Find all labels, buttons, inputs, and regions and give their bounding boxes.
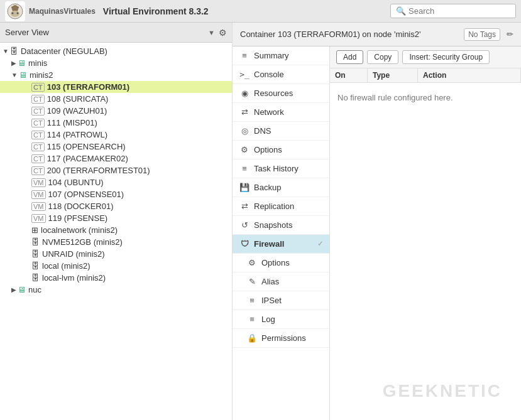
tree-item-local-lvm[interactable]: 🗄 local-lvm (minis2) <box>0 272 232 284</box>
tab-alias[interactable]: ✎ Alias <box>233 272 329 291</box>
item-108-label: 108 (SURICATA) <box>47 94 109 104</box>
tab-firewall-label: Firewall <box>254 239 284 249</box>
storage-icon: 🗄 <box>31 249 40 259</box>
options-icon: ⚙ <box>239 145 250 154</box>
tree-item-104[interactable]: VM 104 (UBUNTU) <box>0 176 232 188</box>
item-103-label: 103 (TERRAFORM01) <box>47 82 129 92</box>
tree-item-nuc[interactable]: ▶ 🖥 nuc <box>0 284 232 296</box>
storage-icon: 🗄 <box>31 237 40 247</box>
tree-item-local[interactable]: 🗄 local (minis2) <box>0 260 232 272</box>
ct-icon: CT <box>31 107 45 116</box>
container-title: Container 103 (TERRAFORM01) on node 'min… <box>240 30 459 39</box>
tree-item-117[interactable]: CT 117 (PACEMAKER02) <box>0 153 232 164</box>
tab-permissions[interactable]: 🔒 Permissions <box>233 329 329 348</box>
datacenter-icon: 🗄 <box>10 46 18 56</box>
right-panel: Container 103 (TERRAFORM01) on node 'min… <box>233 23 521 420</box>
tab-backup[interactable]: 💾 Backup <box>233 178 329 197</box>
tab-snapshots[interactable]: ↺ Snapshots <box>233 216 329 235</box>
storage-icon: 🗄 <box>31 261 40 271</box>
item-111-label: 111 (MISP01) <box>47 118 97 127</box>
server-view-dropdown[interactable]: ▼ <box>208 29 215 36</box>
ct-icon: CT <box>31 143 45 151</box>
nuc-label: nuc <box>28 285 41 294</box>
node-icon: 🖥 <box>18 285 26 294</box>
tree-item-minis2[interactable]: ▼ 🖥 minis2 <box>0 69 232 81</box>
ct-icon: CT <box>31 166 45 175</box>
tab-ipset[interactable]: ≡ IPSet <box>233 291 329 310</box>
firewall-content: Add Copy Insert: Security Group On Type … <box>330 46 521 420</box>
arrow-icon: ▼ <box>3 48 9 55</box>
tree-item-109[interactable]: CT 109 (WAZUH01) <box>0 105 232 117</box>
search-icon: 🔍 <box>396 6 406 16</box>
tree-item-119[interactable]: VM 119 (PFSENSE) <box>0 212 232 224</box>
tree-item-118[interactable]: VM 118 (DOCKER01) <box>0 200 232 212</box>
search-input[interactable] <box>409 6 509 16</box>
tab-console[interactable]: >_ Console <box>233 65 329 84</box>
tab-dns[interactable]: ◎ DNS <box>233 122 329 141</box>
ct-icon: CT <box>31 83 45 92</box>
app-title: Virtual Environment 8.3.2 <box>103 6 209 16</box>
svg-point-3 <box>16 6 19 9</box>
resources-icon: ◉ <box>239 89 250 98</box>
tree-item-unraid[interactable]: 🗄 UNRAID (minis2) <box>0 248 232 260</box>
topbar: MaquinasVirtuales Virtual Environment 8.… <box>0 0 521 23</box>
summary-icon: ≡ <box>239 51 250 60</box>
main-layout: Server View ▼ ⚙ ▼ 🗄 Datacenter (NEGULAB)… <box>0 23 521 420</box>
tree-item-111[interactable]: CT 111 (MISP01) <box>0 117 232 129</box>
tree-item-nvme[interactable]: 🗄 NVME512GB (minis2) <box>0 236 232 248</box>
insert-security-group-button[interactable]: Insert: Security Group <box>402 50 490 64</box>
vm-icon: VM <box>31 178 46 187</box>
add-button[interactable]: Add <box>336 50 363 64</box>
tree-item-200[interactable]: CT 200 (TERRAFORMTEST01) <box>0 164 232 176</box>
brand-name: MaquinasVirtuales <box>29 7 96 16</box>
ct-icon: CT <box>31 131 45 139</box>
tab-firewall[interactable]: 🛡 Firewall ✓ <box>233 235 329 254</box>
tab-network-label: Network <box>254 107 284 117</box>
copy-button[interactable]: Copy <box>367 50 398 64</box>
tab-dns-label: DNS <box>254 126 271 136</box>
search-box[interactable]: 🔍 <box>390 4 516 18</box>
tab-task-history[interactable]: ≡ Task History <box>233 159 329 178</box>
local-lvm-label: local-lvm (minis2) <box>42 273 106 283</box>
tree-item-107[interactable]: VM 107 (OPNSENSE01) <box>0 188 232 200</box>
edit-icon[interactable]: ✏ <box>507 30 513 39</box>
tree-item-114[interactable]: CT 114 (PATROWL) <box>0 129 232 141</box>
tree-item-103[interactable]: CT 103 (TERRAFORM01) <box>0 81 232 93</box>
datacenter-label: Datacenter (NEGULAB) <box>21 46 107 56</box>
tab-replication[interactable]: ⇄ Replication <box>233 197 329 216</box>
no-tags-button[interactable]: No Tags <box>464 28 500 41</box>
nvme-label: NVME512GB (minis2) <box>42 237 123 247</box>
tree-item-minis[interactable]: ▶ 🖥 minis <box>0 57 232 69</box>
col-header-type: Type <box>368 68 418 82</box>
tab-summary-label: Summary <box>254 51 289 60</box>
tab-options[interactable]: ⚙ Options <box>233 141 329 159</box>
tree-item-localnetwork[interactable]: ⊞ localnetwork (minis2) <box>0 224 232 236</box>
col-header-on: On <box>330 68 368 82</box>
tab-summary[interactable]: ≡ Summary <box>233 46 329 65</box>
tab-ipset-label: IPSet <box>261 296 282 305</box>
backup-icon: 💾 <box>239 183 250 192</box>
tree-item-datacenter[interactable]: ▼ 🗄 Datacenter (NEGULAB) <box>0 45 232 57</box>
node-icon: 🖥 <box>18 58 26 68</box>
firewall-icon: 🛡 <box>239 239 250 249</box>
item-107-label: 107 (OPNSENSE01) <box>48 190 124 199</box>
minis-label: minis <box>28 58 47 68</box>
ipset-icon: ≡ <box>246 296 258 305</box>
tab-log[interactable]: ≡ Log <box>233 310 329 329</box>
tree-item-115[interactable]: CT 115 (OPENSEARCH) <box>0 141 232 153</box>
svg-point-2 <box>11 6 14 9</box>
tab-network[interactable]: ⇄ Network <box>233 103 329 122</box>
item-200-label: 200 (TERRAFORMTEST01) <box>47 166 150 175</box>
tab-fw-options[interactable]: ⚙ Options <box>233 254 329 272</box>
tab-fw-options-label: Options <box>261 258 290 267</box>
tree-item-108[interactable]: CT 108 (SURICATA) <box>0 93 232 105</box>
task-history-icon: ≡ <box>239 164 250 173</box>
tab-resources-label: Resources <box>254 89 293 98</box>
checkmark-icon: ✓ <box>317 240 323 248</box>
tab-snapshots-label: Snapshots <box>254 220 292 230</box>
arrow-icon: ▶ <box>11 60 16 67</box>
settings-icon[interactable]: ⚙ <box>219 28 227 38</box>
tab-resources[interactable]: ◉ Resources <box>233 84 329 103</box>
localnetwork-label: localnetwork (minis2) <box>41 225 118 235</box>
unraid-label: UNRAID (minis2) <box>42 249 105 259</box>
